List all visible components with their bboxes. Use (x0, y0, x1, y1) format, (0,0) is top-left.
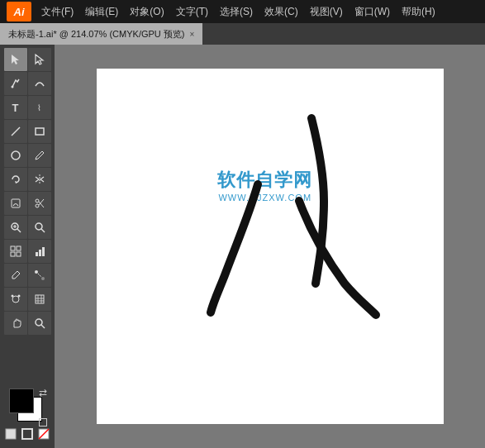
svg-rect-24 (39, 250, 41, 256)
svg-line-3 (12, 127, 20, 136)
line-tool[interactable] (4, 120, 27, 143)
svg-marker-0 (12, 55, 19, 64)
svg-point-30 (11, 295, 13, 298)
tab-label: 未标题-1.ai* @ 214.07% (CMYK/GPU 预览) (8, 28, 185, 41)
chart-tool[interactable] (28, 240, 51, 263)
none-icon[interactable] (36, 427, 51, 441)
menu-edit[interactable]: 编辑(E) (80, 3, 123, 21)
svg-rect-4 (36, 128, 44, 135)
svg-rect-25 (42, 247, 45, 256)
svg-rect-23 (36, 252, 38, 256)
menu-help[interactable]: 帮助(H) (397, 3, 440, 21)
curvature-tool[interactable] (28, 72, 51, 95)
svg-line-18 (41, 229, 45, 232)
svg-point-37 (36, 319, 42, 326)
measure-tool[interactable] (28, 216, 51, 239)
reset-colors-icon[interactable] (39, 418, 47, 427)
toolbar: T ⌇ (0, 45, 55, 448)
hand-tool[interactable] (4, 312, 27, 335)
color-selector[interactable]: ⇄ (9, 388, 45, 425)
menu-bar: 文件(F) 编辑(E) 对象(O) 文字(T) 选择(S) 效果(C) 视图(V… (36, 3, 478, 21)
pencil-tool[interactable] (28, 144, 51, 167)
menu-view[interactable]: 视图(V) (305, 3, 348, 21)
tab-bar: 未标题-1.ai* @ 214.07% (CMYK/GPU 预览) × (0, 23, 485, 45)
zoom-tool[interactable] (28, 312, 51, 335)
svg-point-9 (36, 199, 39, 203)
svg-point-2 (11, 86, 13, 88)
reflect-tool[interactable] (28, 168, 51, 191)
title-bar: Ai 文件(F) 编辑(E) 对象(O) 文字(T) 选择(S) 效果(C) 视… (0, 0, 485, 23)
svg-rect-32 (36, 295, 44, 303)
canvas-area[interactable]: 软件自学网 WWW.RJZXW.COM (55, 45, 485, 448)
swap-colors-icon[interactable]: ⇄ (39, 387, 47, 398)
rect-tool[interactable] (28, 120, 51, 143)
svg-point-5 (12, 151, 20, 160)
svg-point-26 (35, 270, 38, 274)
svg-point-10 (36, 204, 39, 207)
svg-rect-21 (11, 252, 15, 256)
scissors-tool[interactable] (28, 192, 51, 215)
ellipse-tool[interactable] (4, 144, 27, 167)
svg-rect-40 (22, 429, 32, 439)
canvas-panel: 软件自学网 WWW.RJZXW.COM (97, 69, 444, 424)
svg-line-28 (38, 274, 41, 277)
svg-line-38 (41, 325, 45, 328)
tab-close-button[interactable]: × (190, 30, 195, 39)
fill-icon[interactable] (3, 427, 18, 441)
menu-object[interactable]: 对象(O) (125, 3, 169, 21)
grid-tool[interactable] (4, 240, 27, 263)
menu-text[interactable]: 文字(T) (171, 3, 213, 21)
direct-select-tool[interactable] (28, 48, 51, 71)
menu-window[interactable]: 窗口(W) (349, 3, 395, 21)
svg-point-17 (36, 223, 42, 230)
eyedropper-tool[interactable] (4, 264, 27, 287)
svg-rect-19 (11, 246, 15, 250)
fill-stroke-row (3, 427, 51, 441)
vertical-type-tool[interactable]: ⌇ (28, 96, 51, 119)
svg-point-27 (41, 277, 45, 280)
rotate-tool[interactable] (4, 168, 27, 191)
svg-point-29 (12, 296, 19, 303)
ai-logo: Ai (7, 2, 31, 21)
foreground-color-box[interactable] (9, 388, 34, 413)
blend-tool[interactable] (28, 264, 51, 287)
zoom-in-tool[interactable] (4, 216, 27, 239)
svg-rect-39 (6, 429, 16, 439)
svg-rect-22 (17, 252, 21, 256)
symbol-sprayer-tool[interactable] (4, 288, 27, 311)
svg-point-31 (17, 295, 20, 298)
pen-tool[interactable] (4, 72, 27, 95)
warp-tool[interactable] (4, 192, 27, 215)
select-tool[interactable] (4, 48, 27, 71)
stroke-icon[interactable] (20, 427, 35, 441)
type-tool[interactable]: T (4, 96, 27, 119)
main-area: T ⌇ (0, 45, 485, 448)
document-tab[interactable]: 未标题-1.ai* @ 214.07% (CMYK/GPU 预览) × (0, 23, 202, 45)
column-graph-tool[interactable] (28, 288, 51, 311)
svg-rect-20 (17, 246, 21, 250)
artwork-svg (97, 69, 444, 424)
menu-file[interactable]: 文件(F) (36, 3, 78, 21)
svg-marker-1 (36, 55, 43, 64)
menu-effect[interactable]: 效果(C) (259, 3, 303, 21)
svg-line-14 (17, 229, 21, 232)
color-section: ⇄ (0, 385, 55, 445)
menu-select[interactable]: 选择(S) (215, 3, 258, 21)
